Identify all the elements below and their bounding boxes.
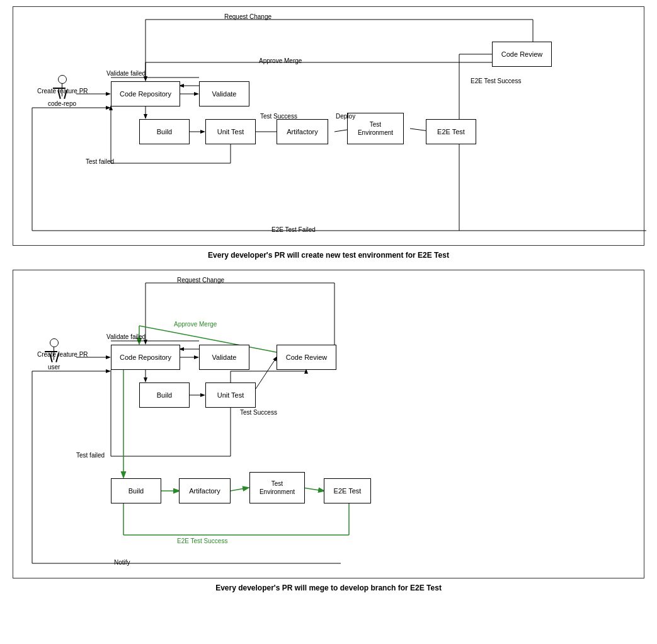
box-build-2-bot: Build xyxy=(111,478,161,503)
svg-line-44 xyxy=(231,488,248,491)
box-code-review-2: Code Review xyxy=(277,345,336,370)
label-e2e-success-2: E2E Test Success xyxy=(177,538,227,544)
diagram-2: user Code Repository Validate Build Unit… xyxy=(13,270,644,578)
label-test-failed-1: Test failed xyxy=(86,158,114,165)
label-test-success-1: Test Success xyxy=(260,113,297,120)
caption-1: Every developer's PR will create new tes… xyxy=(13,251,644,260)
box-test-env-2: TestEnvironment xyxy=(249,472,305,503)
svg-line-27 xyxy=(256,357,277,389)
label-e2e-success-1: E2E Test Success xyxy=(471,78,521,84)
label-create-pr-2: Create feature PR xyxy=(37,351,88,358)
box-build-2-top: Build xyxy=(139,382,190,408)
actor-label-1: code-repo xyxy=(48,100,76,107)
label-deploy-1: Deploy xyxy=(336,113,355,120)
box-validate-1: Validate xyxy=(199,81,249,106)
label-test-failed-2: Test failed xyxy=(76,452,105,459)
label-approve-merge-1: Approve Merge xyxy=(259,57,302,64)
actor-label-2: user xyxy=(48,364,60,371)
diagram-2-lines xyxy=(13,270,644,578)
caption-2: Every developer's PR will mege to develo… xyxy=(13,584,644,592)
box-code-repo-1: Code Repository xyxy=(111,81,180,106)
box-e2e-test-1: E2E Test xyxy=(426,119,476,144)
box-unit-test-2: Unit Test xyxy=(205,382,256,408)
diagram-1: code-repo Code Repository Validate Build… xyxy=(13,6,644,246)
box-e2e-test-2: E2E Test xyxy=(324,478,371,503)
box-unit-test-1: Unit Test xyxy=(205,119,256,144)
label-validate-failed-1: Validate failed xyxy=(106,70,146,77)
label-test-success-2: Test Success xyxy=(240,409,277,416)
box-artifactory-1: Artifactory xyxy=(277,119,328,144)
label-request-change-1: Request Change xyxy=(224,13,271,20)
main-container: code-repo Code Repository Validate Build… xyxy=(0,0,657,609)
label-create-pr-1: Create feature PR xyxy=(37,88,88,95)
box-test-env-1: TestEnvironment xyxy=(347,113,404,144)
label-notify-2: Notify xyxy=(114,559,130,566)
box-code-repo-2: Code Repository xyxy=(111,345,180,370)
box-build-1: Build xyxy=(139,119,190,144)
label-approve-merge-2: Approve Merge xyxy=(174,321,217,328)
label-validate-failed-2: Validate failed xyxy=(106,333,146,340)
svg-line-45 xyxy=(303,488,324,491)
box-artifactory-2: Artifactory xyxy=(179,478,231,503)
box-code-review-1: Code Review xyxy=(492,42,552,67)
label-request-change-2: Request Change xyxy=(177,277,224,284)
label-e2e-failed-1: E2E Test Failed xyxy=(271,226,316,233)
box-validate-2: Validate xyxy=(199,345,249,370)
